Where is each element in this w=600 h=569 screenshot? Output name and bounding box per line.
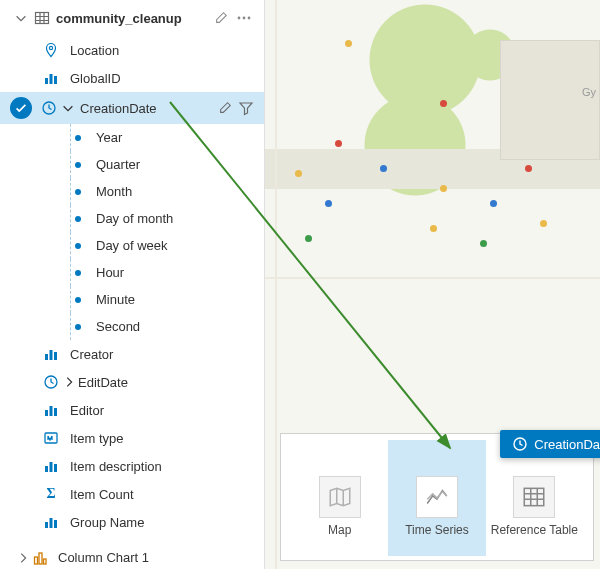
subfield-label: Day of week [96, 238, 168, 253]
element-columnchart[interactable]: Column Chart 1 [0, 544, 264, 569]
field-itemcount[interactable]: Σ Item Count [0, 480, 264, 508]
subfield-year[interactable]: Year [0, 124, 264, 151]
field-location[interactable]: Location [0, 36, 264, 64]
svg-point-2 [243, 17, 246, 20]
svg-rect-21 [50, 518, 53, 528]
drop-option-map[interactable]: Map [291, 440, 388, 556]
bullet-icon [75, 324, 81, 330]
fields-sidebar: community_cleanup Location GlobalID Crea… [0, 0, 265, 569]
edit-field-button[interactable] [218, 101, 232, 115]
drop-option-timeseries[interactable]: Time Series CreationDate [388, 440, 485, 556]
rename-layer-button[interactable] [214, 11, 228, 25]
column-chart-icon [40, 70, 62, 86]
bullet-icon [75, 162, 81, 168]
table-icon [513, 476, 555, 518]
field-label: Creator [70, 347, 254, 362]
svg-rect-6 [50, 74, 53, 84]
field-label: CreationDate [80, 101, 212, 116]
map-point[interactable] [305, 235, 312, 242]
subfield-second[interactable]: Second [0, 313, 264, 340]
layer-more-button[interactable] [236, 10, 252, 26]
svg-rect-28 [525, 488, 545, 505]
map-point[interactable] [325, 200, 332, 207]
chevron-down-icon [60, 101, 76, 115]
bullet-icon [75, 216, 81, 222]
map-poi-label: Gy [582, 86, 596, 98]
field-itemtype[interactable]: Item type [0, 424, 264, 452]
map-point[interactable] [490, 200, 497, 207]
map-point[interactable] [295, 170, 302, 177]
field-label: Item Count [70, 487, 254, 502]
svg-rect-5 [45, 78, 48, 84]
field-label: Item description [70, 459, 254, 474]
subfield-month[interactable]: Month [0, 178, 264, 205]
field-editdate[interactable]: EditDate [0, 368, 264, 396]
subfield-label: Quarter [96, 157, 140, 172]
subfield-quarter[interactable]: Quarter [0, 151, 264, 178]
map-point[interactable] [380, 165, 387, 172]
subfield-label: Day of month [96, 211, 173, 226]
subfield-label: Minute [96, 292, 135, 307]
subfield-hour[interactable]: Hour [0, 259, 264, 286]
column-chart-icon [40, 346, 62, 362]
drop-option-label: Map [328, 524, 351, 552]
map-point[interactable] [540, 220, 547, 227]
layer-name: community_cleanup [56, 11, 206, 26]
svg-rect-15 [54, 408, 57, 416]
layer-header-row[interactable]: community_cleanup [0, 0, 264, 36]
field-creator[interactable]: Creator [0, 340, 264, 368]
svg-rect-7 [54, 76, 57, 84]
subfield-minute[interactable]: Minute [0, 286, 264, 313]
svg-rect-0 [36, 13, 49, 24]
svg-rect-13 [45, 410, 48, 416]
field-label: Location [70, 43, 254, 58]
svg-point-3 [248, 17, 251, 20]
map-building [500, 40, 600, 160]
field-editor[interactable]: Editor [0, 396, 264, 424]
field-itemdesc[interactable]: Item description [0, 452, 264, 480]
subfield-label: Year [96, 130, 122, 145]
subfield-label: Hour [96, 265, 124, 280]
svg-rect-14 [50, 406, 53, 416]
field-label: GlobalID [70, 71, 254, 86]
chevron-down-icon [14, 11, 28, 25]
location-pin-icon [40, 42, 62, 58]
bullet-icon [75, 135, 81, 141]
chevron-right-icon [62, 375, 76, 389]
map-point[interactable] [480, 240, 487, 247]
field-label: Item type [70, 431, 254, 446]
clock-icon [38, 100, 60, 116]
map-point[interactable] [345, 40, 352, 47]
field-groupname[interactable]: Group Name [0, 508, 264, 536]
clock-icon [40, 374, 62, 390]
subfield-dayofweek[interactable]: Day of week [0, 232, 264, 259]
element-label: Column Chart 1 [58, 550, 149, 565]
drop-option-label: Reference Table [491, 524, 578, 552]
map-point[interactable] [525, 165, 532, 172]
field-creationdate[interactable]: CreationDate [0, 92, 264, 124]
map-point[interactable] [440, 100, 447, 107]
subfield-dayofmonth[interactable]: Day of month [0, 205, 264, 232]
svg-rect-19 [54, 464, 57, 472]
column-chart-icon [40, 514, 62, 530]
map-icon [319, 476, 361, 518]
svg-rect-22 [54, 520, 57, 528]
svg-rect-17 [45, 466, 48, 472]
map-point[interactable] [335, 140, 342, 147]
drop-option-reftable[interactable]: Reference Table [486, 440, 583, 556]
table-icon [34, 10, 50, 26]
string-field-icon [40, 430, 62, 446]
fields-tree: Location GlobalID CreationDate Year Quar… [0, 36, 264, 542]
field-label: EditDate [78, 375, 254, 390]
field-globalid[interactable]: GlobalID [0, 64, 264, 92]
svg-rect-18 [50, 462, 53, 472]
map-point[interactable] [440, 185, 447, 192]
subfield-label: Second [96, 319, 140, 334]
subfield-label: Month [96, 184, 132, 199]
map-point[interactable] [430, 225, 437, 232]
svg-point-4 [49, 46, 52, 49]
map-canvas[interactable]: Gy Map Time Series CreationDate [265, 0, 600, 569]
svg-rect-20 [45, 522, 48, 528]
filter-field-button[interactable] [238, 100, 254, 116]
number-field-icon: Σ [40, 486, 62, 502]
